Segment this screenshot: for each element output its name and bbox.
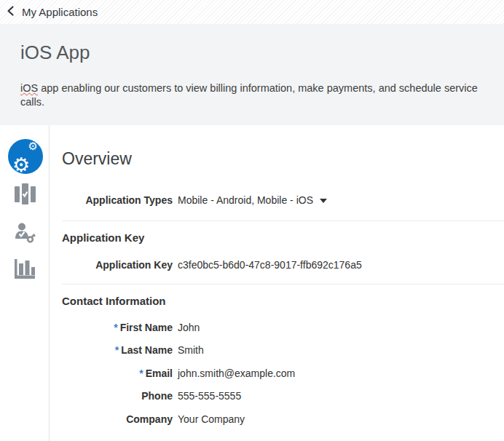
last-name-row: *Last Name Smith bbox=[62, 344, 504, 356]
overview-panel: Overview Application Types Mobile - Andr… bbox=[62, 125, 504, 441]
email-value[interactable]: john.smith@example.com bbox=[178, 368, 295, 379]
application-types-dropdown[interactable]: Mobile - Android, Mobile - iOS bbox=[178, 194, 327, 206]
app-description-word: iOS bbox=[20, 82, 38, 94]
application-types-label: Application Types bbox=[62, 194, 173, 206]
application-types-row: Application Types Mobile - Android, Mobi… bbox=[62, 194, 504, 206]
app-description-text: app enabling our customers to view billi… bbox=[20, 82, 478, 108]
application-types-value: Mobile - Android, Mobile - iOS bbox=[178, 194, 313, 206]
first-name-value[interactable]: John bbox=[178, 322, 200, 333]
bars-check-icon bbox=[15, 195, 36, 207]
required-asterisk: * bbox=[114, 322, 117, 333]
email-label: *Email bbox=[62, 368, 173, 379]
breadcrumb-my-applications[interactable]: My Applications bbox=[22, 6, 98, 18]
page-title: Overview bbox=[62, 149, 132, 169]
email-row: *Email john.smith@example.com bbox=[62, 368, 504, 379]
first-name-row: *First Name John bbox=[62, 322, 504, 333]
app-name-field[interactable]: iOS App bbox=[20, 42, 484, 64]
last-name-label: *Last Name bbox=[62, 344, 173, 356]
sidebar-item-user-security[interactable] bbox=[15, 223, 36, 247]
gears-icon: ⚙ ⚙ bbox=[13, 143, 38, 170]
company-row: Company Your Company bbox=[62, 413, 504, 425]
sidebar-item-validation[interactable] bbox=[15, 183, 36, 208]
app-description-field[interactable]: iOS app enabling our customers to view b… bbox=[20, 82, 484, 109]
sidebar-item-settings[interactable]: ⚙ ⚙ bbox=[8, 139, 43, 174]
application-key-row: Application Key c3fe0bc5-b6d0-47c8-9017-… bbox=[62, 259, 504, 271]
section-header-contact-information: Contact Information bbox=[62, 295, 166, 307]
section-divider bbox=[62, 220, 504, 221]
app-header: iOS App iOS app enabling our customers t… bbox=[0, 24, 504, 125]
last-name-value[interactable]: Smith bbox=[178, 344, 204, 356]
sidebar-item-analytics[interactable] bbox=[15, 259, 36, 282]
phone-row: Phone 555-555-5555 bbox=[62, 390, 504, 402]
section-header-application-key: Application Key bbox=[62, 231, 144, 244]
phone-value[interactable]: 555-555-5555 bbox=[178, 390, 241, 402]
application-key-label: Application Key bbox=[62, 259, 173, 271]
bar-chart-icon bbox=[15, 269, 36, 282]
phone-label: Phone bbox=[62, 390, 173, 402]
section-divider bbox=[62, 284, 504, 285]
required-asterisk: * bbox=[139, 368, 143, 379]
top-bar: My Applications bbox=[0, 0, 504, 24]
company-value[interactable]: Your Company bbox=[178, 413, 245, 425]
company-label: Company bbox=[62, 413, 173, 425]
required-asterisk: * bbox=[115, 344, 119, 356]
user-key-icon bbox=[15, 234, 36, 247]
application-key-value: c3fe0bc5-b6d0-47c8-9017-ffb692c176a5 bbox=[178, 259, 362, 271]
caret-down-icon bbox=[320, 199, 327, 203]
back-button[interactable] bbox=[0, 0, 22, 24]
first-name-label: *First Name bbox=[62, 322, 173, 333]
chevron-left-icon bbox=[5, 5, 17, 19]
sidebar-icon-rail: ⚙ ⚙ bbox=[0, 125, 50, 441]
